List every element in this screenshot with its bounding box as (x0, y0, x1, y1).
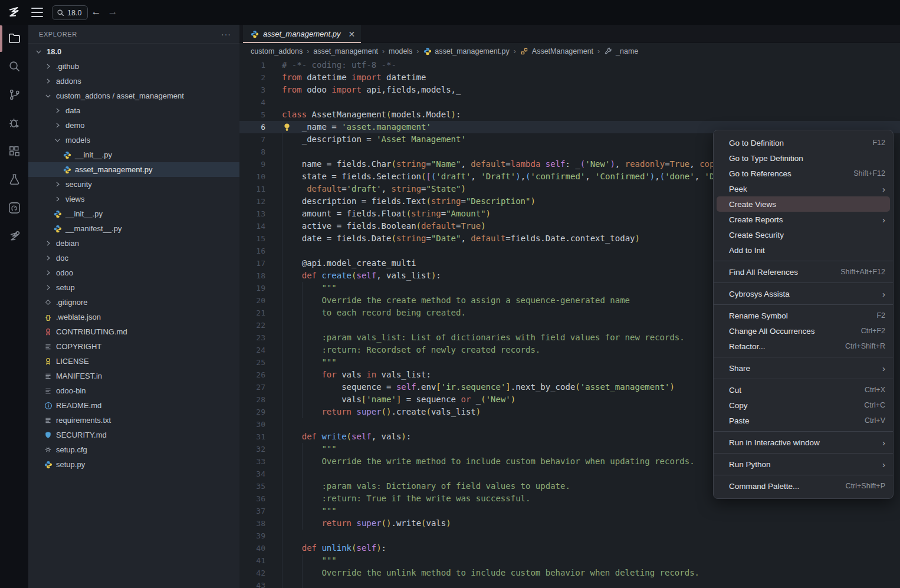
menu-item-go-to-references[interactable]: Go to ReferencesShift+F12 (714, 166, 893, 181)
line-number: 32 (239, 443, 265, 455)
menu-item-share[interactable]: Share› (714, 360, 893, 376)
submenu-chevron-icon: › (882, 215, 885, 225)
tab-close-icon[interactable]: ✕ (349, 29, 356, 39)
quick-fix-lightbulb-icon[interactable] (283, 123, 292, 132)
line-number: 9 (239, 158, 265, 170)
app-logo-icon (6, 5, 21, 19)
code-line-2: 2from datetime import datetime (239, 71, 900, 84)
line-number: 41 (239, 554, 265, 567)
tree-item-18-0[interactable]: 18.0 (28, 44, 239, 59)
activity-source-control-button[interactable] (0, 81, 28, 110)
breadcrumb-custom-addons[interactable]: custom_addons (251, 47, 303, 55)
activity-search-button[interactable] (0, 53, 28, 81)
menu-hamburger-icon[interactable] (31, 7, 44, 18)
chevron-right-icon (44, 283, 52, 292)
tree-item-setup[interactable]: setup (28, 280, 239, 295)
line-number: 28 (239, 393, 265, 406)
tree-item-debian[interactable]: debian (28, 236, 239, 251)
menu-item-rename-symbol[interactable]: Rename SymbolF2 (714, 308, 893, 323)
line-number: 3 (239, 84, 265, 96)
breadcrumb--name[interactable]: _name (604, 47, 638, 55)
tree-item-readme-md[interactable]: README.md (28, 398, 239, 413)
navigate-forward-button[interactable]: → (107, 6, 119, 18)
menu-item-command-palette-[interactable]: Command Palette...Ctrl+Shift+P (714, 478, 893, 494)
menu-item-paste[interactable]: PasteCtrl+V (714, 413, 893, 428)
project-search-box[interactable]: 18.0 (52, 5, 88, 20)
line-number: 31 (239, 431, 265, 443)
line-number: 35 (239, 480, 265, 492)
activity-extensions-button[interactable] (0, 138, 28, 166)
tree-item--weblate-json[interactable]: {}.weblate.json (28, 310, 239, 324)
editor-context-menu: Go to DefinitionF12Go to Type Definition… (713, 130, 894, 499)
tree-item--manifest-py[interactable]: __manifest__.py (28, 221, 239, 236)
activity-cybrosys-assista-button[interactable] (0, 223, 28, 251)
menu-item-add-to-init[interactable]: Add to Init (714, 242, 893, 258)
explorer-sidebar: EXPLORER ··· 18.0.githubaddonscustom_add… (28, 25, 239, 588)
tree-item--github[interactable]: .github (28, 59, 239, 74)
debug-icon (8, 116, 21, 132)
tree-item-manifest-in[interactable]: MANIFEST.in (28, 369, 239, 383)
menu-item-refactor-[interactable]: Refactor...Ctrl+Shift+R (714, 339, 893, 354)
menu-item-run-python[interactable]: Run Python› (714, 456, 893, 472)
menu-item-cut[interactable]: CutCtrl+X (714, 382, 893, 398)
breadcrumb-models[interactable]: models (389, 47, 412, 55)
menu-item-go-to-type-definition[interactable]: Go to Type Definition (714, 150, 893, 166)
tree-item--init-py[interactable]: __init__.py (28, 206, 239, 221)
tree-item--init-py[interactable]: __init__.py (28, 147, 239, 162)
submenu-chevron-icon: › (882, 363, 885, 373)
tree-item-security-md[interactable]: SECURITY.md (28, 428, 239, 442)
tree-item-license[interactable]: LICENSE (28, 354, 239, 369)
activity-run-and-debug-button[interactable] (0, 110, 28, 138)
activity-testing-button[interactable] (0, 166, 28, 195)
menu-item-find-all-references[interactable]: Find All ReferencesShift+Alt+F12 (714, 264, 893, 280)
menu-item-peek[interactable]: Peek› (714, 181, 893, 196)
tree-item--gitignore[interactable]: .gitignore (28, 295, 239, 310)
line-number: 23 (239, 331, 265, 344)
tree-item-addons[interactable]: addons (28, 74, 239, 88)
line-number: 14 (239, 220, 265, 232)
submenu-chevron-icon: › (882, 184, 885, 194)
tree-item-models[interactable]: models (28, 133, 239, 147)
tree-item-setup-py[interactable]: setup.py (28, 457, 239, 472)
breadcrumb-assetmanagement[interactable]: AssetManagement (520, 47, 593, 55)
tree-item-security[interactable]: security (28, 177, 239, 192)
tree-item-data[interactable]: data (28, 103, 239, 118)
activity-postgresql-button[interactable] (0, 195, 28, 223)
tree-item-requirements-txt[interactable]: requirements.txt (28, 413, 239, 428)
menu-item-create-reports[interactable]: Create Reports› (714, 212, 893, 227)
menu-item-go-to-definition[interactable]: Go to DefinitionF12 (714, 135, 893, 150)
chevron-right-icon (44, 239, 52, 248)
line-number: 6 (239, 121, 265, 133)
tree-item-doc[interactable]: doc (28, 251, 239, 265)
line-number: 15 (239, 232, 265, 245)
navigate-back-button[interactable]: ← (90, 6, 102, 18)
tree-item-odoo-bin[interactable]: odoo-bin (28, 383, 239, 398)
tree-item-odoo[interactable]: odoo (28, 265, 239, 280)
menu-item-create-views[interactable]: Create Views (717, 196, 890, 212)
tree-item-contributing-md[interactable]: CONTRIBUTING.md (28, 324, 239, 339)
menu-item-run-in-interactive-window[interactable]: Run in Interactive window› (714, 435, 893, 450)
chevron-right-icon (44, 62, 52, 71)
menu-item-copy[interactable]: CopyCtrl+C (714, 398, 893, 413)
code-line-43: 43 (239, 579, 900, 588)
tree-item-setup-cfg[interactable]: setup.cfg (28, 442, 239, 457)
menu-item-cybrosys-assista[interactable]: Cybrosys Assista› (714, 286, 893, 301)
tree-item-copyright[interactable]: COPYRIGHT (28, 339, 239, 354)
activity-bar (0, 25, 28, 588)
menu-item-create-security[interactable]: Create Security (714, 227, 893, 242)
tree-item-custom-addons-asset-management[interactable]: custom_addons / asset_management (28, 88, 239, 103)
tree-item-demo[interactable]: demo (28, 118, 239, 133)
line-number: 5 (239, 109, 265, 121)
code-line-3: 3from odoo import api,fields,models,_ (239, 84, 900, 96)
breadcrumb-asset-management[interactable]: asset_management (313, 47, 378, 55)
tree-item-asset-management-py[interactable]: asset_management.py (28, 162, 239, 177)
tree-item-views[interactable]: views (28, 192, 239, 206)
wrench-icon (604, 47, 613, 55)
tab-asset-management[interactable]: asset_management.py ✕ (243, 25, 361, 43)
submenu-chevron-icon: › (882, 289, 885, 299)
activity-explorer-button[interactable] (0, 25, 28, 53)
lines-icon (44, 342, 52, 351)
explorer-more-button[interactable]: ··· (221, 29, 231, 39)
breadcrumb-asset-management-py[interactable]: asset_management.py (423, 47, 509, 55)
menu-item-change-all-occurrences[interactable]: Change All OccurrencesCtrl+F2 (714, 323, 893, 339)
